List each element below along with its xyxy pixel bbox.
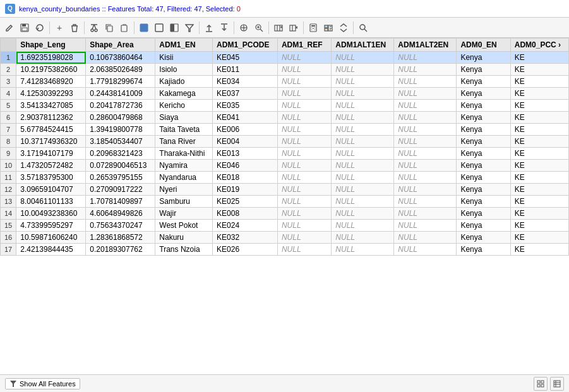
table-cell-adm1_pcode[interactable]: KE025 <box>213 196 278 208</box>
table-cell-adm1alt1en[interactable]: NULL <box>332 208 394 220</box>
maximize-button[interactable] <box>537 3 550 15</box>
table-cell-adm1alt2en[interactable]: NULL <box>394 196 457 208</box>
table-cell-adm0_en[interactable]: Kenya <box>457 232 510 244</box>
move-deselected-top-button[interactable] <box>217 21 231 35</box>
search-button[interactable] <box>356 21 370 35</box>
table-cell-adm0_en[interactable]: Kenya <box>457 76 510 88</box>
close-button[interactable] <box>551 3 564 15</box>
table-cell-adm0_en[interactable]: Kenya <box>457 172 510 184</box>
table-cell-shape_area[interactable]: 0.20968321423 <box>86 148 155 160</box>
table-cell-shape_leng[interactable]: 10.21975382660 <box>16 64 86 76</box>
table-cell-shape_area[interactable]: 2.06385026489 <box>86 64 155 76</box>
table-cell-adm1_en[interactable]: West Pokot <box>155 220 213 232</box>
table-cell-shape_area[interactable]: 0.28600479868 <box>86 112 155 124</box>
table-cell-adm1_pcode[interactable]: KE026 <box>213 244 278 256</box>
table-cell-adm1_en[interactable]: Nakuru <box>155 232 213 244</box>
invert-selection-button[interactable] <box>167 21 181 35</box>
table-row[interactable]: 62.903781123620.28600479868SiayaKE041NUL… <box>1 112 569 124</box>
field-calculator-button[interactable] <box>306 21 320 35</box>
table-cell-adm1_pcode[interactable]: KE024 <box>213 220 278 232</box>
table-cell-shape_leng[interactable]: 5.67784524415 <box>16 124 86 136</box>
table-cell-adm0_pcc[interactable]: KE <box>510 52 568 64</box>
show-all-features-button[interactable]: Show All Features <box>5 378 80 389</box>
table-cell-shape_leng[interactable]: 8.00461101133 <box>16 196 86 208</box>
toggle-editing-button[interactable] <box>3 21 16 35</box>
table-cell-adm0_en[interactable]: Kenya <box>457 52 510 64</box>
table-cell-adm1_ref[interactable]: NULL <box>277 52 331 64</box>
actions-button[interactable] <box>337 21 350 35</box>
table-cell-shape_area[interactable]: 0.26539795155 <box>86 172 155 184</box>
table-cell-adm1_ref[interactable]: NULL <box>277 136 331 148</box>
table-row[interactable]: 11.692351980280.10673860464KisiiKE045NUL… <box>1 52 569 64</box>
table-cell-adm1_pcode[interactable]: KE041 <box>213 112 278 124</box>
table-cell-shape_area[interactable]: 0.20189307762 <box>86 244 155 256</box>
table-cell-adm1_en[interactable]: Siaya <box>155 112 213 124</box>
table-row[interactable]: 1610.598716062401.28361868572NakuruKE032… <box>1 232 569 244</box>
table-cell-adm1alt2en[interactable]: NULL <box>394 172 457 184</box>
table-cell-adm1_ref[interactable]: NULL <box>277 208 331 220</box>
table-cell-shape_leng[interactable]: 7.41283468920 <box>16 76 86 88</box>
table-cell-adm1_en[interactable]: Nyeri <box>155 184 213 196</box>
table-cell-shape_leng[interactable]: 3.54133427085 <box>16 100 86 112</box>
table-cell-adm1alt2en[interactable]: NULL <box>394 148 457 160</box>
table-cell-adm0_en[interactable]: Kenya <box>457 184 510 196</box>
table-cell-shape_area[interactable]: 1.70781409897 <box>86 196 155 208</box>
table-cell-shape_leng[interactable]: 1.69235198028 <box>16 52 86 64</box>
table-cell-adm1alt1en[interactable]: NULL <box>332 52 394 64</box>
table-cell-adm1_ref[interactable]: NULL <box>277 64 331 76</box>
table-cell-adm0_pcc[interactable]: KE <box>510 64 568 76</box>
table-cell-adm0_en[interactable]: Kenya <box>457 148 510 160</box>
table-cell-adm0_pcc[interactable]: KE <box>510 100 568 112</box>
table-cell-adm1alt1en[interactable]: NULL <box>332 124 394 136</box>
table-row[interactable]: 810.371749363203.18540534407Tana RiverKE… <box>1 136 569 148</box>
table-cell-adm1_en[interactable]: Tana River <box>155 136 213 148</box>
new-field-button[interactable] <box>272 21 285 35</box>
table-cell-adm0_pcc[interactable]: KE <box>510 160 568 172</box>
table-cell-adm1alt2en[interactable]: NULL <box>394 52 457 64</box>
table-cell-adm1_ref[interactable]: NULL <box>277 124 331 136</box>
select-all-button[interactable] <box>137 21 151 35</box>
table-cell-adm1alt2en[interactable]: NULL <box>394 64 457 76</box>
table-row[interactable]: 210.219753826602.06385026489IsioloKE011N… <box>1 64 569 76</box>
table-row[interactable]: 44.125303922930.24438141009KakamegaKE037… <box>1 88 569 100</box>
copy-button[interactable] <box>102 21 116 35</box>
table-cell-adm1alt2en[interactable]: NULL <box>394 100 457 112</box>
delete-feature-button[interactable] <box>68 21 81 35</box>
table-row[interactable]: 1410.004932383604.60648949826WajirKE008N… <box>1 208 569 220</box>
table-cell-adm1alt2en[interactable]: NULL <box>394 76 457 88</box>
table-row[interactable]: 101.473205724820.072890046513NyamiraKE04… <box>1 160 569 172</box>
table-cell-adm1_pcode[interactable]: KE006 <box>213 124 278 136</box>
table-cell-shape_area[interactable]: 4.60648949826 <box>86 208 155 220</box>
table-cell-adm1_ref[interactable]: NULL <box>277 232 331 244</box>
col-header-shape-area[interactable]: Shape_Area <box>86 39 155 52</box>
table-cell-adm1alt2en[interactable]: NULL <box>394 88 457 100</box>
table-cell-adm1alt1en[interactable]: NULL <box>332 136 394 148</box>
table-cell-adm1_ref[interactable]: NULL <box>277 244 331 256</box>
table-cell-adm1_en[interactable]: Taita Taveta <box>155 124 213 136</box>
table-cell-adm1_ref[interactable]: NULL <box>277 100 331 112</box>
table-cell-adm0_en[interactable]: Kenya <box>457 196 510 208</box>
save-button[interactable] <box>18 21 32 35</box>
table-cell-shape_area[interactable]: 0.75634370247 <box>86 220 155 232</box>
table-cell-adm0_pcc[interactable]: KE <box>510 172 568 184</box>
col-header-adm1-ref[interactable]: ADM1_REF <box>277 39 331 52</box>
table-cell-adm0_en[interactable]: Kenya <box>457 124 510 136</box>
table-cell-shape_leng[interactable]: 2.42139844435 <box>16 244 86 256</box>
table-cell-shape_leng[interactable]: 3.17194107179 <box>16 148 86 160</box>
table-cell-adm1alt1en[interactable]: NULL <box>332 160 394 172</box>
table-cell-adm0_pcc[interactable]: KE <box>510 124 568 136</box>
col-header-adm1-pcode[interactable]: ADM1_PCODE <box>213 39 278 52</box>
table-row[interactable]: 113.571837953000.26539795155NyandaruaKE0… <box>1 172 569 184</box>
table-cell-adm1_ref[interactable]: NULL <box>277 148 331 160</box>
table-cell-shape_area[interactable]: 1.28361868572 <box>86 232 155 244</box>
table-cell-adm1alt2en[interactable]: NULL <box>394 184 457 196</box>
add-feature-button[interactable]: + <box>52 21 66 35</box>
zoom-to-selection-button[interactable] <box>252 21 266 35</box>
table-cell-adm0_pcc[interactable]: KE <box>510 112 568 124</box>
attribute-table-container[interactable]: Shape_Leng Shape_Area ADM1_EN ADM1_PCODE… <box>0 38 569 374</box>
table-cell-adm1_ref[interactable]: NULL <box>277 160 331 172</box>
col-header-adm1alt1en[interactable]: ADM1ALT1EN <box>332 39 394 52</box>
table-cell-adm0_pcc[interactable]: KE <box>510 136 568 148</box>
table-cell-adm1_en[interactable]: Wajir <box>155 208 213 220</box>
minimize-button[interactable] <box>524 3 536 15</box>
